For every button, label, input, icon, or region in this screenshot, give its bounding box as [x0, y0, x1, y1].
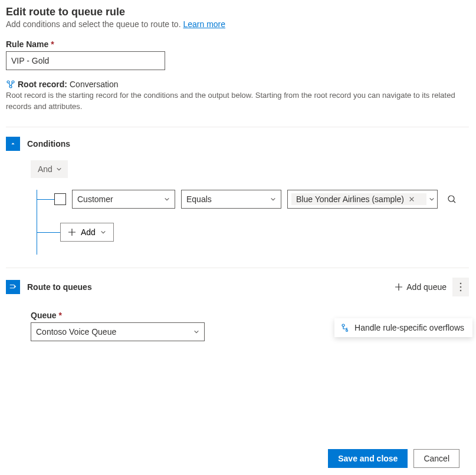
root-record-description: Root record is the starting record for t… [6, 90, 469, 113]
chevron-down-icon [429, 196, 435, 202]
subtitle-text: Add conditions and select the queue to r… [6, 19, 183, 29]
learn-more-link[interactable]: Learn more [183, 19, 225, 29]
svg-point-8 [346, 330, 348, 332]
more-vertical-icon [459, 282, 462, 292]
lookup-search-button[interactable] [444, 191, 460, 207]
more-actions-button[interactable] [452, 278, 469, 296]
page-subtitle: Add conditions and select the queue to r… [6, 19, 469, 29]
root-record-value: Conversation [70, 80, 119, 89]
lookup-tag: Blue Yonder Airlines (sample) [291, 193, 426, 205]
route-section-title: Route to queues [27, 282, 92, 292]
chevron-down-icon [100, 229, 106, 235]
dialog-footer: Save and close Cancel [0, 443, 476, 475]
add-queue-button[interactable]: Add queue [391, 280, 450, 294]
required-asterisk: * [51, 39, 54, 49]
rule-name-input[interactable] [6, 51, 165, 70]
svg-point-4 [460, 282, 462, 284]
chevron-down-icon [164, 196, 170, 202]
svg-point-5 [460, 286, 462, 288]
condition-field-select[interactable]: Customer [72, 190, 175, 209]
required-asterisk: * [58, 311, 61, 320]
chevron-down-icon [193, 329, 199, 335]
divider [6, 127, 469, 127]
condition-value-lookup[interactable]: Blue Yonder Airlines (sample) [287, 190, 438, 209]
search-icon [447, 194, 457, 204]
divider [6, 268, 469, 268]
condition-row-checkbox[interactable] [54, 193, 66, 205]
page-title: Edit route to queue rule [6, 6, 469, 18]
root-record-icon [6, 80, 15, 89]
svg-point-6 [460, 289, 462, 291]
add-condition-button[interactable]: Add [60, 223, 114, 242]
lookup-tag-label: Blue Yonder Airlines (sample) [296, 194, 404, 204]
queue-select[interactable]: Contoso Voice Queue [31, 322, 205, 341]
cancel-button[interactable]: Cancel [413, 449, 459, 468]
condition-operator-select[interactable]: Equals [181, 190, 281, 209]
root-record-label: Root record: [18, 80, 67, 89]
conditions-section-title: Conditions [27, 139, 70, 149]
save-and-close-button[interactable]: Save and close [328, 449, 408, 468]
svg-point-3 [448, 196, 454, 202]
svg-point-1 [12, 81, 14, 83]
condition-group-operator[interactable]: And [31, 160, 68, 178]
chevron-down-icon [56, 166, 62, 172]
condition-row: Customer Equals Blue Yonder Airlines (sa… [31, 190, 469, 209]
chevron-down-icon [270, 196, 276, 202]
svg-point-0 [7, 81, 9, 83]
svg-point-2 [9, 85, 12, 88]
overflow-icon [340, 323, 350, 332]
svg-point-7 [342, 324, 344, 326]
remove-tag-icon[interactable] [409, 196, 415, 202]
overflow-flyout-item[interactable]: Handle rule-specific overflows [334, 318, 472, 337]
rule-name-label: Rule Name * [6, 39, 469, 49]
route-section-icon [6, 280, 20, 294]
plus-icon [395, 283, 403, 291]
plus-icon [68, 228, 76, 236]
conditions-section-icon [6, 137, 20, 151]
